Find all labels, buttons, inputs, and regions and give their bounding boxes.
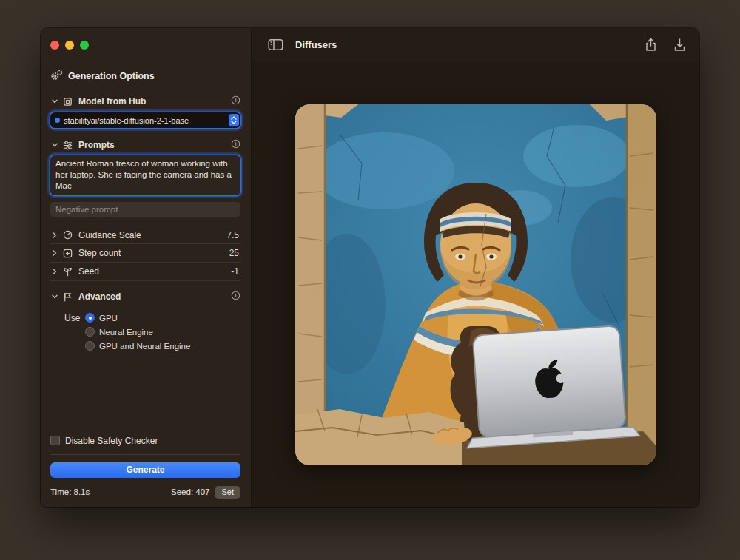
- window-controls: [50, 28, 240, 50]
- chevron-down-icon[interactable]: [50, 292, 62, 301]
- guidance-scale-row[interactable]: Guidance Scale 7.5: [50, 226, 240, 244]
- radio-neural-engine-label: Neural Engine: [99, 328, 153, 337]
- compute-unit-group: Use GPU Neural Engine GPU and Neural Eng…: [50, 311, 240, 353]
- radio-neural-engine[interactable]: [85, 327, 95, 337]
- share-icon[interactable]: [645, 38, 657, 52]
- advanced-section-label: Advanced: [78, 291, 121, 302]
- radio-row-gpu[interactable]: Use GPU: [64, 311, 240, 325]
- safety-checkbox-label: Disable Safety Checker: [65, 436, 158, 446]
- seed-value: -1: [231, 266, 240, 277]
- radio-gpu-and-neural-engine[interactable]: [85, 341, 95, 351]
- radio-row-neural-engine[interactable]: Neural Engine: [64, 325, 240, 339]
- close-icon[interactable]: [50, 41, 59, 50]
- chevron-down-icon[interactable]: [50, 97, 62, 106]
- gears-icon: [50, 70, 63, 83]
- generation-options-header: Generation Options: [50, 70, 240, 83]
- chip-icon: [62, 96, 75, 107]
- seed-row[interactable]: Seed -1: [50, 263, 240, 281]
- step-count-label: Step count: [78, 248, 121, 258]
- svg-text:i: i: [235, 292, 236, 299]
- sidebar-toggle-icon[interactable]: [268, 38, 283, 51]
- chevron-right-icon[interactable]: [50, 267, 62, 276]
- generation-options-title: Generation Options: [68, 71, 155, 81]
- svg-text:i: i: [235, 141, 236, 147]
- set-seed-button[interactable]: Set: [215, 486, 240, 499]
- model-section-row[interactable]: Model from Hub i: [50, 94, 240, 109]
- guidance-scale-label: Guidance Scale: [78, 230, 141, 240]
- radio-gpu[interactable]: [85, 313, 95, 323]
- seed-label: Seed: [78, 266, 99, 277]
- safety-checker-row[interactable]: Disable Safety Checker: [50, 436, 240, 446]
- gauge-icon: [62, 229, 75, 240]
- window-title: Diffusers: [295, 39, 337, 50]
- seed-status: Seed: 407: [171, 488, 209, 496]
- flag-icon: [62, 291, 75, 303]
- generated-image[interactable]: [295, 104, 656, 465]
- parameter-list: Guidance Scale 7.5 Step count 25: [50, 226, 240, 281]
- advanced-section-row[interactable]: Advanced i: [50, 289, 240, 304]
- use-label: Use: [64, 313, 85, 323]
- image-canvas: [252, 61, 699, 507]
- download-icon[interactable]: [673, 38, 686, 52]
- main-area: Diffusers: [252, 28, 699, 507]
- minimize-icon[interactable]: [65, 41, 74, 50]
- model-dropdown[interactable]: stabilityai/stable-diffusion-2-1-base: [50, 112, 240, 128]
- safety-checkbox[interactable]: [50, 436, 60, 445]
- toolbar: Diffusers: [252, 28, 699, 61]
- sliders-icon: [62, 140, 75, 151]
- prompt-input[interactable]: Ancient Roman fresco of woman working wi…: [50, 155, 240, 195]
- prompts-section-row[interactable]: Prompts i: [50, 138, 240, 152]
- model-section-label: Model from Hub: [78, 96, 146, 107]
- seed-icon: [62, 266, 75, 277]
- fresco-illustration: [295, 104, 656, 465]
- prompts-section-label: Prompts: [78, 140, 115, 150]
- step-count-row[interactable]: Step count 25: [50, 244, 240, 263]
- chevron-right-icon[interactable]: [50, 231, 62, 240]
- radio-gpu-and-neural-engine-label: GPU and Neural Engine: [99, 342, 190, 351]
- step-count-value: 25: [229, 248, 240, 258]
- sidebar: Generation Options Model from Hub i: [41, 28, 252, 507]
- model-dropdown-value: stabilityai/stable-diffusion-2-1-base: [64, 116, 229, 125]
- radio-gpu-label: GPU: [99, 314, 118, 323]
- step-count-icon: [62, 248, 75, 259]
- info-icon[interactable]: i: [231, 139, 240, 151]
- generate-button[interactable]: Generate: [50, 462, 240, 478]
- info-icon[interactable]: i: [231, 95, 240, 107]
- stepper-icon[interactable]: [229, 114, 239, 126]
- chevron-right-icon[interactable]: [50, 249, 62, 257]
- chevron-down-icon[interactable]: [50, 141, 62, 149]
- guidance-scale-value: 7.5: [226, 230, 240, 240]
- radio-row-gpu-and-neural-engine[interactable]: GPU and Neural Engine: [64, 339, 240, 353]
- divider: [50, 454, 240, 455]
- time-status: Time: 8.1s: [50, 488, 90, 496]
- info-icon[interactable]: i: [231, 291, 240, 303]
- svg-text:i: i: [235, 97, 236, 104]
- zoom-icon[interactable]: [80, 41, 89, 50]
- status-bar: Time: 8.1s Seed: 407 Set: [50, 486, 240, 499]
- app-window: Generation Options Model from Hub i: [41, 28, 699, 507]
- model-downloaded-dot: [55, 118, 60, 123]
- negative-prompt-input[interactable]: [50, 202, 240, 217]
